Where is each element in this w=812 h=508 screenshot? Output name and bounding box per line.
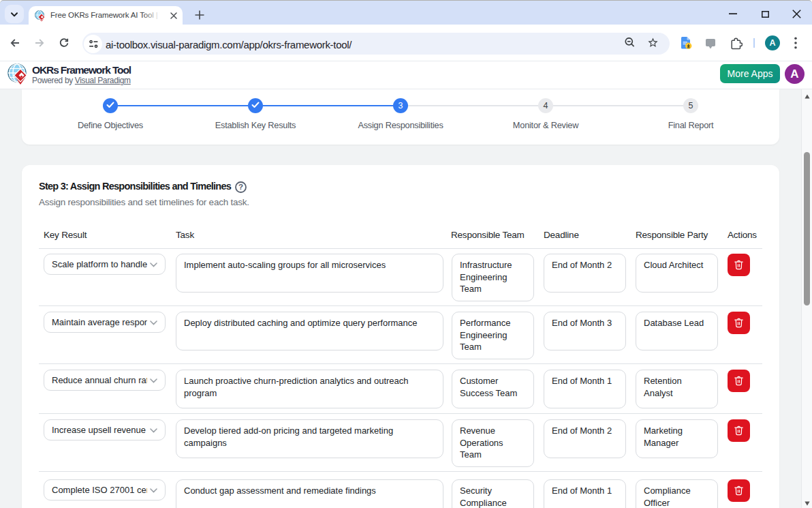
svg-text:?: ? (238, 183, 243, 191)
